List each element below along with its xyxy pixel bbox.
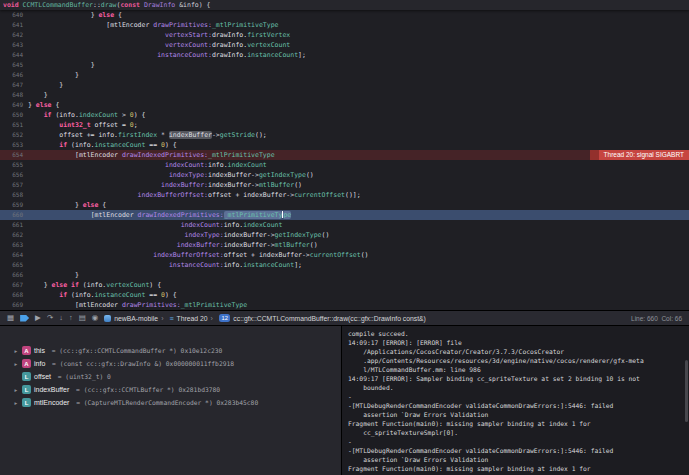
code-line-645[interactable]: 645 } [0, 60, 689, 70]
variable-value: = (const cc::gfx::DrawInfo &) 0x00000001… [48, 360, 234, 367]
code-line-665[interactable]: 665 instanceCount:info.instanceCount]; [0, 260, 689, 270]
line-number[interactable]: 650 [0, 110, 28, 120]
line-number[interactable]: 659 [0, 200, 28, 210]
line-number[interactable]: 645 [0, 60, 28, 70]
line-number[interactable]: 669 [0, 300, 28, 310]
code-line-652[interactable]: 652 offset += info.firstIndex * indexBuf… [0, 130, 689, 140]
line-number[interactable]: 656 [0, 170, 28, 180]
code-line-659[interactable]: 659 } else { [0, 200, 689, 210]
code-line-667[interactable]: 667 } else if (info.vertexCount) { [0, 280, 689, 290]
line-number[interactable]: 652 [0, 130, 28, 140]
code-line-643[interactable]: 643 vertexCount:drawInfo.vertexCount [0, 40, 689, 50]
console-text: compile succeed. 14:09:17 [ERROR]: [ERRO… [348, 329, 689, 475]
code-line-658[interactable]: 658 indexBufferOffset:offset + indexBuff… [0, 190, 689, 200]
code-text: [mtlEncoder drawPrimitives:_mtlPrimitive… [28, 300, 247, 310]
line-number[interactable]: 668 [0, 290, 28, 300]
line-number[interactable]: 660 [0, 210, 28, 220]
disclosure-triangle-icon[interactable]: ▸ [13, 348, 19, 354]
code-line-649[interactable]: 649} else { [0, 100, 689, 110]
line-number[interactable]: 662 [0, 230, 28, 240]
line-number[interactable]: 648 [0, 90, 28, 100]
code-line-641[interactable]: 641 [mtlEncoder drawPrimitives:_mtlPrimi… [0, 20, 689, 30]
disclosure-triangle-icon[interactable]: ▸ [13, 387, 19, 393]
memory-graph-icon[interactable]: ◉ [92, 311, 99, 325]
line-number[interactable]: 666 [0, 270, 28, 280]
line-number[interactable]: 661 [0, 220, 28, 230]
code-line-666[interactable]: 666 } [0, 270, 689, 280]
console-output[interactable]: compile succeed. 14:09:17 [ERROR]: [ERRO… [341, 326, 689, 475]
frame-index-badge: 12 [219, 314, 230, 322]
line-number[interactable]: 643 [0, 40, 28, 50]
line-number[interactable]: 646 [0, 70, 28, 80]
code-line-661[interactable]: 661 indexCount:info.indexCount [0, 220, 689, 230]
code-line-651[interactable]: 651 uint32_t offset = 0; [0, 120, 689, 130]
code-text: indexCount:info.indexCount [28, 220, 282, 230]
step-out-icon[interactable]: ↑ [69, 311, 73, 325]
line-number[interactable]: 641 [0, 20, 28, 30]
step-over-icon[interactable]: ↷ [47, 311, 53, 325]
code-line-668[interactable]: 668 if (info.instanceCount == 0) { [0, 290, 689, 300]
line-number[interactable]: 653 [0, 140, 28, 150]
code-line-640[interactable]: 640 } else { [0, 10, 689, 20]
variable-value: = (cc::gfx::CCMTLCommandBuffer *) 0x10e1… [48, 347, 222, 354]
line-number[interactable]: 642 [0, 30, 28, 40]
code-line-642[interactable]: 642 vertexStart:drawInfo.firstVertex [0, 30, 689, 40]
code-line-653[interactable]: 653 if (info.instanceCount == 0) { [0, 140, 689, 150]
code-line-647[interactable]: 647 } [0, 80, 689, 90]
stack-frame-breadcrumb[interactable]: 12 cc::gfx::CCMTLCommandBuffer::draw(cc:… [219, 314, 426, 322]
line-number[interactable]: 665 [0, 260, 28, 270]
disclosure-triangle-icon[interactable]: ▸ [13, 361, 19, 367]
variable-row[interactable]: ▸LindexBuffer = (cc::gfx::CCMTLBuffer *)… [0, 383, 341, 396]
runtime-error-badge[interactable]: Thread 20: signal SIGABRT [590, 150, 689, 160]
code-editor[interactable]: void CCMTLCommandBuffer::draw(const Draw… [0, 0, 689, 310]
code-text: } else { [28, 10, 122, 20]
line-number[interactable]: 655 [0, 160, 28, 170]
line-number[interactable]: 667 [0, 280, 28, 290]
step-into-icon[interactable]: ↓ [59, 311, 63, 325]
variable-row[interactable]: ▸Ainfo = (const cc::gfx::DrawInfo &) 0x0… [0, 357, 341, 370]
line-number[interactable]: 640 [0, 10, 28, 20]
line-number[interactable]: 658 [0, 190, 28, 200]
line-number[interactable]: 657 [0, 180, 28, 190]
code-line-646[interactable]: 646 } [0, 70, 689, 80]
continue-icon[interactable]: ▶ [35, 311, 41, 325]
console-scrollbar[interactable] [685, 360, 688, 422]
line-number[interactable]: 664 [0, 250, 28, 260]
line-number[interactable]: 644 [0, 50, 28, 60]
line-number[interactable]: 651 [0, 120, 28, 130]
hide-debug-area-icon[interactable]: ▦ [7, 311, 14, 325]
code-text: indexCount:info.indexCount [28, 160, 267, 170]
code-line-664[interactable]: 664 indexBufferOffset:offset + indexBuff… [0, 250, 689, 260]
code-line-663[interactable]: 663 indexBuffer:indexBuffer->mtlBuffer() [0, 240, 689, 250]
variable-kind-icon: L [22, 385, 31, 394]
code-line-650[interactable]: 650 if (info.indexCount > 0) { [0, 110, 689, 120]
disclosure-triangle-icon[interactable]: ▸ [13, 400, 19, 406]
app-icon [104, 315, 111, 322]
breakpoints-toggle-icon[interactable] [20, 315, 29, 322]
variable-row[interactable]: Loffset = (uint32_t) 0 [0, 370, 341, 383]
code-line-654[interactable]: 654 [mtlEncoder drawIndexedPrimitives:_m… [0, 150, 689, 160]
line-col-indicator: Line: 660 Col: 66 [631, 315, 682, 322]
code-line-657[interactable]: 657 indexBuffer:indexBuffer->mtlBuffer() [0, 180, 689, 190]
view-hierarchy-icon[interactable]: ▤ [79, 311, 86, 325]
code-text: if (info.indexCount > 0) { [28, 110, 145, 120]
code-line-660[interactable]: 660 [mtlEncoder drawIndexedPrimitives:_m… [0, 210, 689, 220]
line-number[interactable]: 663 [0, 240, 28, 250]
thread-selector[interactable]: ≡ Thread 20 › [169, 315, 212, 322]
line-number[interactable]: 647 [0, 80, 28, 90]
code-line-644[interactable]: 644 instanceCount:drawInfo.instanceCount… [0, 50, 689, 60]
code-line-656[interactable]: 656 indexType:indexBuffer->getIndexType(… [0, 170, 689, 180]
debug-area: ▸Athis = (cc::gfx::CCMTLCommandBuffer *)… [0, 326, 689, 475]
variables-view[interactable]: ▸Athis = (cc::gfx::CCMTLCommandBuffer *)… [0, 326, 341, 475]
line-number[interactable]: 649 [0, 100, 28, 110]
code-line-655[interactable]: 655 indexCount:info.indexCount [0, 160, 689, 170]
code-line-648[interactable]: 648 } [0, 90, 689, 100]
code-line-669[interactable]: 669 [mtlEncoder drawPrimitives:_mtlPrimi… [0, 300, 689, 310]
scheme-selector[interactable]: newBA-mobile › [104, 315, 163, 322]
variable-row[interactable]: ▸Athis = (cc::gfx::CCMTLCommandBuffer *)… [0, 344, 341, 357]
line-number[interactable]: 654 [0, 150, 28, 160]
code-text: } else { [28, 200, 106, 210]
variable-row[interactable]: ▸LmtlEncoder = (CaptureMTLRenderCommandE… [0, 396, 341, 409]
code-text: [mtlEncoder drawIndexedPrimitives:_mtlPr… [28, 210, 291, 220]
code-line-662[interactable]: 662 indexType:indexBuffer->getIndexType(… [0, 230, 689, 240]
